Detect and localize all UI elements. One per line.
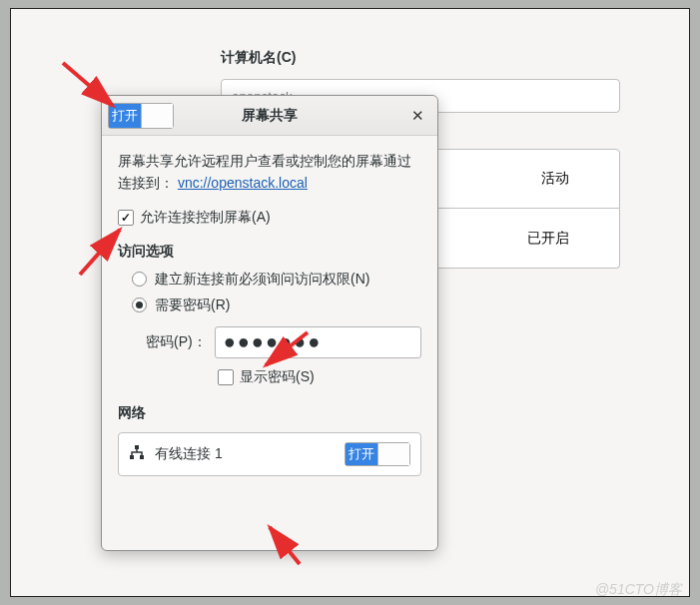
watermark: @51CTO博客 xyxy=(595,581,682,599)
network-connection-row: 有线连接 1 打开 xyxy=(118,432,421,476)
status-enabled-text: 已开启 xyxy=(527,230,569,248)
radio-password[interactable] xyxy=(132,298,147,312)
wired-network-icon xyxy=(129,444,145,464)
network-toggle-on: 打开 xyxy=(346,443,377,465)
network-section-title: 网络 xyxy=(118,404,421,422)
radio-password-label: 需要密码(R) xyxy=(155,297,230,314)
network-toggle[interactable]: 打开 xyxy=(345,442,410,466)
toggle-track xyxy=(141,104,174,128)
show-password-label: 显示密码(S) xyxy=(240,368,315,386)
close-icon[interactable]: ✕ xyxy=(407,106,427,126)
radio-password-row[interactable]: 需要密码(R) xyxy=(132,297,421,314)
allow-control-label: 允许连接控制屏幕(A) xyxy=(140,209,271,227)
network-name: 有线连接 1 xyxy=(155,445,335,463)
password-input[interactable]: ●●●●●●● xyxy=(215,326,421,358)
allow-control-checkbox[interactable] xyxy=(118,210,134,226)
status-active-text: 活动 xyxy=(541,170,569,188)
radio-ask-row[interactable]: 建立新连接前必须询问访问权限(N) xyxy=(132,271,421,289)
show-password-row[interactable]: 显示密码(S) xyxy=(218,368,421,386)
radio-ask[interactable] xyxy=(132,272,147,287)
radio-ask-label: 建立新连接前必须询问访问权限(N) xyxy=(155,271,369,289)
svg-rect-0 xyxy=(135,445,139,449)
sharing-description: 屏幕共享允许远程用户查看或控制您的屏幕通过连接到： vnc://openstac… xyxy=(118,150,421,195)
toggle-on-label: 打开 xyxy=(109,104,141,128)
computer-name-label: 计算机名(C) xyxy=(221,49,296,67)
network-toggle-track xyxy=(377,443,410,465)
screen-sharing-master-toggle[interactable]: 打开 xyxy=(108,103,174,129)
dialog-title: 屏幕共享 xyxy=(242,107,298,125)
screen-sharing-dialog: 打开 屏幕共享 ✕ 屏幕共享允许远程用户查看或控制您的屏幕通过连接到： vnc:… xyxy=(101,95,438,551)
show-password-checkbox[interactable] xyxy=(218,369,234,385)
password-row: 密码(P)： ●●●●●●● xyxy=(146,326,421,358)
password-label: 密码(P)： xyxy=(146,333,207,351)
allow-control-row[interactable]: 允许连接控制屏幕(A) xyxy=(118,209,421,227)
svg-rect-2 xyxy=(140,455,144,459)
dialog-body: 屏幕共享允许远程用户查看或控制您的屏幕通过连接到： vnc://openstac… xyxy=(102,136,437,490)
access-options-title: 访问选项 xyxy=(118,243,421,261)
dialog-titlebar: 打开 屏幕共享 ✕ xyxy=(102,96,437,136)
vnc-url-link[interactable]: vnc://openstack.local xyxy=(178,175,308,191)
svg-rect-1 xyxy=(130,455,134,459)
